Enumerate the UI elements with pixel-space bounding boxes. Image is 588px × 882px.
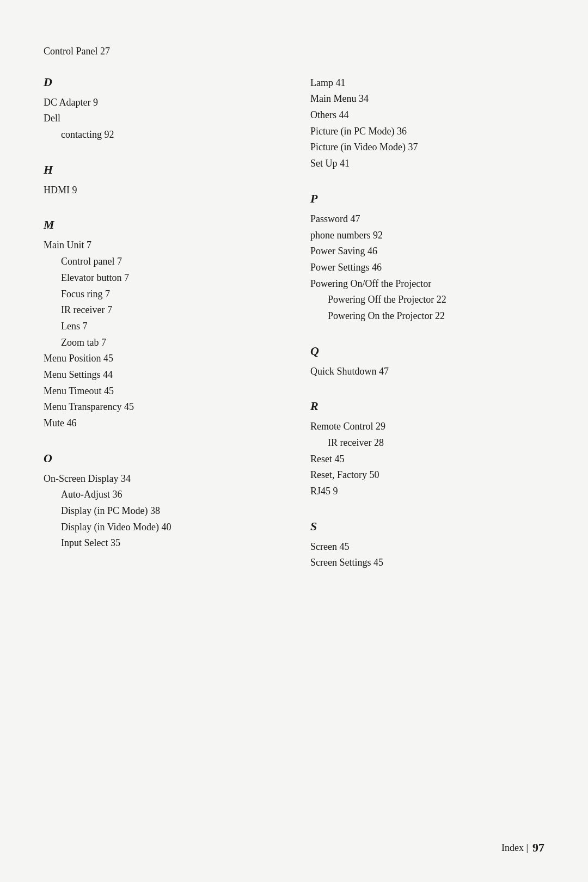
section-s: S Screen 45 Screen Settings 45 [310, 519, 544, 571]
entry-menu-settings: Menu Settings 44 [44, 367, 278, 383]
entry-picture-pc: Picture (in PC Mode) 36 [310, 124, 544, 140]
section-continuation: Lamp 41 Main Menu 34 Others 44 Picture (… [310, 75, 544, 172]
section-header-m: M [44, 218, 278, 232]
entry-reset: Reset 45 [310, 451, 544, 468]
entry-menu-transparency: Menu Transparency 45 [44, 399, 278, 415]
entry-dell: Dell [44, 111, 278, 127]
section-header-d: D [44, 75, 278, 89]
entry-others: Others 44 [310, 107, 544, 124]
entry-remote-control: Remote Control 29 [310, 419, 544, 435]
entry-menu-position: Menu Position 45 [44, 351, 278, 367]
entry-main-unit: Main Unit 7 [44, 237, 278, 254]
entry-input-select: Input Select 35 [44, 535, 278, 552]
section-header-p: P [310, 192, 544, 206]
footer-page-number: 97 [532, 841, 544, 855]
section-r: R Remote Control 29 IR receiver 28 Reset… [310, 399, 544, 499]
left-column: D DC Adapter 9 Dell contacting 92 H HDMI… [44, 75, 278, 591]
section-o: O On-Screen Display 34 Auto-Adjust 36 Di… [44, 451, 278, 552]
main-columns: D DC Adapter 9 Dell contacting 92 H HDMI… [44, 75, 544, 591]
section-header-r: R [310, 399, 544, 413]
entry-rj45: RJ45 9 [310, 483, 544, 500]
section-header-h: H [44, 163, 278, 177]
entry-lens: Lens 7 [44, 318, 278, 335]
entry-focus-ring: Focus ring 7 [44, 286, 278, 303]
entry-main-menu: Main Menu 34 [310, 91, 544, 107]
section-header-s: S [310, 519, 544, 534]
entry-ir-receiver-m: IR receiver 7 [44, 302, 278, 318]
entry-picture-video: Picture (in Video Mode) 37 [310, 139, 544, 156]
entry-dc-adapter: DC Adapter 9 [44, 95, 278, 111]
entry-screen: Screen 45 [310, 539, 544, 555]
entry-display-pc: Display (in PC Mode) 38 [44, 503, 278, 519]
entry-display-video: Display (in Video Mode) 40 [44, 519, 278, 536]
top-entry-control-panel: Control Panel 27 [44, 44, 544, 60]
entry-zoom-tab: Zoom tab 7 [44, 335, 278, 351]
entry-mute: Mute 46 [44, 415, 278, 432]
section-d: D DC Adapter 9 Dell contacting 92 [44, 75, 278, 143]
footer: Index | 97 [501, 841, 544, 855]
footer-label: Index | [501, 842, 528, 854]
section-p: P Password 47 phone numbers 92 Power Sav… [310, 192, 544, 324]
entry-hdmi: HDMI 9 [44, 182, 278, 199]
entry-onscreen-display: On-Screen Display 34 [44, 471, 278, 487]
entry-ir-receiver-r: IR receiver 28 [310, 435, 544, 451]
entry-screen-settings: Screen Settings 45 [310, 555, 544, 571]
section-header-o: O [44, 451, 278, 465]
page: Control Panel 27 D DC Adapter 9 Dell con… [0, 0, 588, 882]
entry-reset-factory: Reset, Factory 50 [310, 467, 544, 483]
entry-control-panel: Control panel 7 [44, 254, 278, 270]
entry-menu-timeout: Menu Timeout 45 [44, 383, 278, 400]
entry-powering-on: Powering On the Projector 22 [310, 308, 544, 324]
entry-contacting: contacting 92 [44, 127, 278, 143]
entry-power-saving: Power Saving 46 [310, 243, 544, 260]
entry-quick-shutdown: Quick Shutdown 47 [310, 364, 544, 380]
section-q: Q Quick Shutdown 47 [310, 344, 544, 380]
right-column: Lamp 41 Main Menu 34 Others 44 Picture (… [310, 75, 544, 591]
section-m: M Main Unit 7 Control panel 7 Elevator b… [44, 218, 278, 431]
entry-lamp: Lamp 41 [310, 75, 544, 91]
entry-auto-adjust: Auto-Adjust 36 [44, 487, 278, 503]
entry-powering-off: Powering Off the Projector 22 [310, 292, 544, 308]
entry-powering-onoff: Powering On/Off the Projector [310, 276, 544, 292]
entry-power-settings: Power Settings 46 [310, 260, 544, 276]
section-h: H HDMI 9 [44, 163, 278, 199]
entry-password: Password 47 [310, 211, 544, 228]
entry-phone-numbers: phone numbers 92 [310, 228, 544, 244]
entry-elevator-button: Elevator button 7 [44, 270, 278, 286]
entry-set-up: Set Up 41 [310, 156, 544, 172]
section-header-q: Q [310, 344, 544, 358]
